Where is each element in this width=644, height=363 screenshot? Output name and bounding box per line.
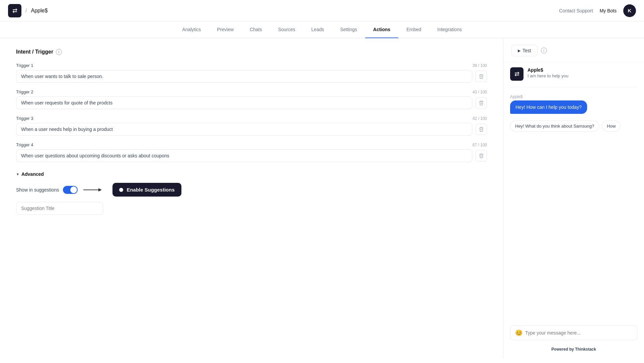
show-suggestions-label: Show in suggestions	[16, 187, 59, 193]
trigger-4-input[interactable]	[16, 149, 472, 162]
nav-item-leads[interactable]: Leads	[303, 21, 332, 38]
emoji-icon: 😊	[515, 329, 522, 337]
trigger-3-delete-button[interactable]	[476, 124, 487, 135]
chat-messages: Apple$ Hey! How can I help you today?	[510, 94, 637, 114]
trigger-3-input[interactable]	[16, 123, 472, 136]
trigger-2-count: 43 / 100	[473, 90, 487, 94]
trigger-4-row	[16, 149, 487, 162]
trash-icon	[479, 127, 484, 132]
chevron-down-icon: ▼	[16, 172, 19, 176]
breadcrumb-separator: /	[25, 8, 27, 14]
trigger-2-delete-button[interactable]	[476, 97, 487, 108]
nav-item-integrations[interactable]: Integrations	[429, 21, 470, 38]
logo-icon[interactable]: ⇄	[8, 4, 21, 17]
navigation: Analytics Preview Chats Sources Leads Se…	[0, 21, 644, 38]
enable-suggestions-tooltip: Enable Suggestions	[112, 183, 181, 197]
trigger-2-row	[16, 96, 487, 109]
bot-tagline: I am here to help you	[528, 73, 568, 78]
trigger-4-delete-button[interactable]	[476, 150, 487, 161]
chat-input[interactable]	[525, 330, 632, 336]
trigger-3-label: Trigger 3	[16, 116, 33, 121]
chat-input-area: 😊	[510, 325, 637, 340]
powered-by-prefix: Powered by	[551, 347, 574, 352]
bot-name: Apple$	[528, 67, 568, 73]
toggle-knob	[70, 187, 77, 193]
bot-intro: ⇄ Apple$ I am here to help you	[510, 67, 637, 81]
trigger-3-header: Trigger 3 42 / 100	[16, 116, 487, 121]
trigger-4-label: Trigger 4	[16, 142, 33, 147]
nav-item-settings[interactable]: Settings	[332, 21, 365, 38]
trash-icon	[479, 74, 484, 79]
trigger-1-label: Trigger 1	[16, 63, 33, 68]
trigger-2-header: Trigger 2 43 / 100	[16, 89, 487, 94]
bot-message-label: Apple$	[510, 94, 637, 99]
trigger-block-1: Trigger 1 39 / 100	[16, 63, 487, 83]
section-title: Intent / Trigger i	[16, 49, 487, 55]
trigger-2-label: Trigger 2	[16, 89, 33, 94]
header: ⇄ / Apple$ Contact Support My Bots K	[0, 0, 644, 21]
trigger-1-input[interactable]	[16, 70, 472, 83]
test-info-icon[interactable]: i	[541, 48, 547, 54]
chat-bubble: Hey! How can I help you today?	[510, 100, 587, 114]
nav-item-analytics[interactable]: Analytics	[174, 21, 209, 38]
trigger-block-3: Trigger 3 42 / 100	[16, 116, 487, 136]
trigger-1-row	[16, 70, 487, 83]
intent-trigger-label: Intent / Trigger	[16, 49, 53, 55]
contact-support-link[interactable]: Contact Support	[559, 8, 593, 13]
advanced-header[interactable]: ▼ Advanced	[16, 171, 487, 177]
trigger-block-2: Trigger 2 43 / 100	[16, 89, 487, 109]
arrow-icon	[82, 187, 102, 193]
advanced-label: Advanced	[21, 171, 44, 177]
powered-by: Powered by Thinkstack	[510, 344, 637, 353]
trigger-block-4: Trigger 4 67 / 100	[16, 142, 487, 162]
suggestion-chip-1[interactable]: Hey! What do you think about Samsung?	[510, 121, 599, 132]
suggestion-title-input[interactable]	[16, 202, 103, 215]
trash-icon	[479, 100, 484, 105]
right-panel: ▶ Test i ⇄ Apple$ I am here to help you …	[503, 38, 644, 358]
trigger-3-row	[16, 123, 487, 136]
suggestion-chip-2[interactable]: How	[602, 121, 621, 132]
tooltip-text: Enable Suggestions	[127, 187, 174, 193]
trash-icon	[479, 153, 484, 158]
svg-marker-1	[98, 188, 102, 192]
nav-item-actions[interactable]: Actions	[365, 21, 398, 38]
trigger-1-header: Trigger 1 39 / 100	[16, 63, 487, 68]
header-left: ⇄ / Apple$	[8, 4, 48, 17]
avatar[interactable]: K	[623, 4, 636, 17]
app-name: Apple$	[31, 8, 48, 14]
nav-item-sources[interactable]: Sources	[270, 21, 303, 38]
intent-trigger-info-icon[interactable]: i	[56, 49, 62, 55]
trigger-1-count: 39 / 100	[473, 63, 487, 68]
show-suggestions-row: Show in suggestions Enable Suggestions	[16, 183, 487, 197]
layout: Intent / Trigger i Trigger 1 39 / 100	[0, 38, 644, 358]
trigger-1-delete-button[interactable]	[476, 71, 487, 82]
chat-divider	[510, 87, 637, 88]
header-right: Contact Support My Bots K	[559, 4, 636, 17]
main-content: Intent / Trigger i Trigger 1 39 / 100	[0, 38, 503, 358]
test-button-label: Test	[522, 48, 531, 53]
nav-item-embed[interactable]: Embed	[398, 21, 429, 38]
trigger-3-count: 42 / 100	[473, 116, 487, 121]
bot-avatar-icon: ⇄	[510, 67, 524, 81]
trigger-4-count: 67 / 100	[473, 143, 487, 147]
suggestion-chips: Hey! What do you think about Samsung? Ho…	[510, 121, 637, 132]
my-bots-link[interactable]: My Bots	[599, 8, 617, 13]
nav-item-preview[interactable]: Preview	[209, 21, 242, 38]
bot-intro-text: Apple$ I am here to help you	[528, 67, 568, 78]
chat-preview: ⇄ Apple$ I am here to help you Apple$ He…	[503, 62, 644, 358]
advanced-section: ▼ Advanced Show in suggestions Enable Su…	[16, 171, 487, 215]
nav-item-chats[interactable]: Chats	[242, 21, 270, 38]
trigger-2-input[interactable]	[16, 96, 472, 109]
show-suggestions-toggle[interactable]	[63, 186, 78, 194]
play-icon: ▶	[518, 49, 520, 53]
test-button[interactable]: ▶ Test	[511, 45, 538, 56]
test-area: ▶ Test i	[503, 38, 644, 62]
bubble-dot-icon	[119, 188, 123, 192]
trigger-4-header: Trigger 4 67 / 100	[16, 142, 487, 147]
powered-by-brand: Thinkstack	[575, 347, 596, 352]
